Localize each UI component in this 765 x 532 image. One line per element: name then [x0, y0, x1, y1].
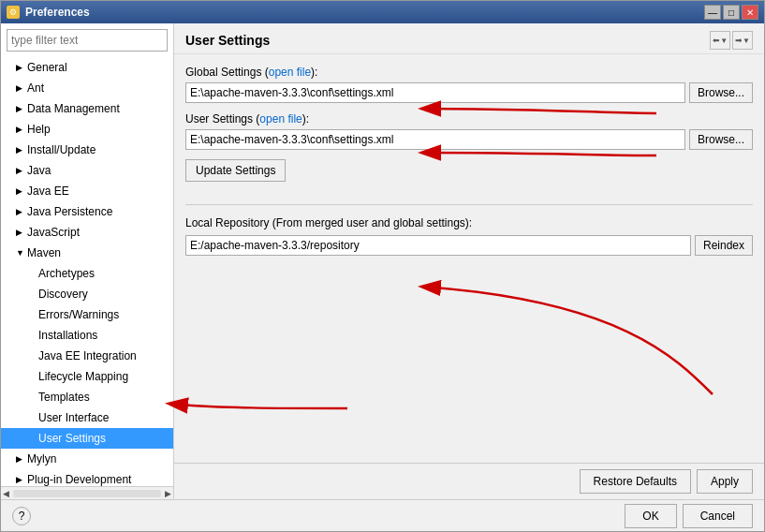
- expand-arrow: ▶: [16, 59, 25, 76]
- forward-dropdown-arrow: ▼: [743, 37, 750, 45]
- tree-item-discovery[interactable]: Discovery: [1, 284, 173, 304]
- tree-item-label: General: [27, 59, 67, 76]
- header-toolbar: ⬅ ▼ ➡ ▼: [710, 31, 753, 50]
- tree-item-help[interactable]: ▶Help: [1, 119, 173, 140]
- expand-arrow: ▶: [16, 100, 25, 117]
- tree-item-javascript[interactable]: ▶JavaScript: [1, 222, 173, 243]
- back-toolbar-btn[interactable]: ⬅ ▼: [710, 31, 730, 50]
- tree-item-mylyn[interactable]: ▶Mylyn: [1, 449, 173, 469]
- tree-item-label: Ant: [27, 80, 44, 96]
- right-panel-wrapper: User Settings ⬅ ▼ ➡ ▼: [174, 23, 764, 499]
- content-header: User Settings ⬅ ▼ ➡ ▼: [174, 23, 764, 54]
- update-settings-button[interactable]: Update Settings: [185, 159, 286, 182]
- help-button[interactable]: ?: [12, 507, 31, 525]
- content-body: Global Settings (open file): Browse... U…: [174, 54, 764, 463]
- tree-item-label: Help: [27, 121, 51, 138]
- tree-item-label: Java: [27, 162, 51, 179]
- tree-item-java-persistence[interactable]: ▶Java Persistence: [1, 201, 173, 222]
- tree-item-label: User Settings: [38, 430, 106, 447]
- tree-item-lifecycle-mapping[interactable]: Lifecycle Mapping: [1, 366, 173, 387]
- close-button[interactable]: ✕: [742, 5, 758, 20]
- tree-container: ▶General▶Ant▶Data Management▶Help▶Instal…: [1, 57, 173, 486]
- tree-item-label: Maven: [27, 244, 61, 261]
- tree-item-user-settings[interactable]: User Settings: [1, 428, 173, 449]
- ok-button[interactable]: OK: [625, 504, 676, 528]
- maximize-button[interactable]: □: [723, 5, 740, 20]
- expand-arrow: ▶: [16, 162, 25, 179]
- local-repo-label: Local Repository (From merged user and g…: [185, 216, 753, 229]
- user-settings-link[interactable]: open file: [259, 112, 302, 126]
- local-repo-row: Reindex: [185, 235, 753, 256]
- tree-item-installupdate[interactable]: ▶Install/Update: [1, 140, 173, 160]
- user-settings-label: User Settings (open file):: [185, 112, 753, 126]
- tree-item-label: Archetypes: [38, 265, 95, 282]
- tree-item-general[interactable]: ▶General: [1, 57, 173, 78]
- tree-item-label: Discovery: [38, 286, 88, 303]
- scroll-left-btn[interactable]: ◀: [3, 489, 9, 498]
- tree-item-label: Templates: [38, 389, 90, 406]
- scroll-right-btn[interactable]: ▶: [165, 489, 171, 498]
- global-settings-browse-button[interactable]: Browse...: [689, 82, 753, 103]
- title-bar: ⚙ Preferences — □ ✕: [1, 1, 764, 23]
- apply-button[interactable]: Apply: [697, 469, 753, 494]
- tree-item-label: Java EE Integration: [38, 347, 137, 364]
- tree-item-templates[interactable]: Templates: [1, 387, 173, 407]
- tree-item-archetypes[interactable]: Archetypes: [1, 263, 173, 284]
- search-input[interactable]: [7, 29, 168, 52]
- cancel-button[interactable]: Cancel: [683, 504, 753, 528]
- tree-item-installations[interactable]: Installations: [1, 325, 173, 346]
- right-panel: User Settings ⬅ ▼ ➡ ▼: [174, 23, 764, 499]
- tree-item-maven[interactable]: ▼Maven: [1, 243, 173, 263]
- global-settings-link[interactable]: open file: [269, 66, 311, 79]
- preferences-window: ⚙ Preferences — □ ✕ ▶General▶Ant▶Data Ma…: [0, 0, 765, 532]
- tree-item-java-ee[interactable]: ▶Java EE: [1, 181, 173, 201]
- expand-arrow: ▶: [16, 203, 25, 220]
- user-settings-browse-button[interactable]: Browse...: [689, 129, 753, 150]
- tree-item-plug-in-development[interactable]: ▶Plug-in Development: [1, 469, 173, 486]
- sidebar-scrollbar[interactable]: ◀ ▶: [1, 486, 173, 499]
- window-icon: ⚙: [7, 6, 20, 19]
- expand-arrow: ▶: [16, 80, 25, 96]
- tree-item-ant[interactable]: ▶Ant: [1, 78, 173, 98]
- sidebar: ▶General▶Ant▶Data Management▶Help▶Instal…: [1, 23, 174, 499]
- horizontal-scrollbar[interactable]: [13, 490, 161, 497]
- forward-toolbar-btn[interactable]: ➡ ▼: [732, 31, 753, 50]
- footer: ? OK Cancel: [1, 499, 764, 531]
- tree-item-label: Installations: [38, 327, 97, 344]
- tree-item-java[interactable]: ▶Java: [1, 160, 173, 181]
- user-settings-row: Browse...: [185, 129, 753, 150]
- tree-item-java-ee-integration[interactable]: Java EE Integration: [1, 346, 173, 366]
- forward-icon: ➡: [735, 36, 743, 45]
- window-title: Preferences: [25, 6, 90, 19]
- global-settings-row: Browse...: [185, 82, 753, 103]
- expand-arrow: ▶: [16, 183, 25, 200]
- main-content: ▶General▶Ant▶Data Management▶Help▶Instal…: [1, 23, 764, 499]
- restore-defaults-button[interactable]: Restore Defaults: [580, 469, 691, 494]
- footer-actions: OK Cancel: [625, 504, 753, 528]
- tree-item-label: Lifecycle Mapping: [38, 368, 128, 385]
- back-icon: ⬅: [713, 36, 720, 45]
- global-settings-label: Global Settings (open file):: [185, 66, 753, 79]
- tree-item-label: Java EE: [27, 183, 69, 200]
- bottom-bar: Restore Defaults Apply: [174, 463, 764, 499]
- tree-item-label: User Interface: [38, 409, 109, 426]
- tree-item-label: Data Management: [27, 100, 120, 117]
- panel-title: User Settings: [185, 33, 270, 48]
- tree-item-label: JavaScript: [27, 224, 80, 241]
- section-divider: [185, 204, 753, 205]
- user-settings-input[interactable]: [185, 129, 685, 150]
- minimize-button[interactable]: —: [704, 5, 721, 20]
- tree-item-data-management[interactable]: ▶Data Management: [1, 98, 173, 119]
- tree-item-label: Java Persistence: [27, 203, 112, 220]
- tree-item-label: Errors/Warnings: [38, 306, 119, 323]
- reindex-button[interactable]: Reindex: [695, 235, 753, 256]
- tree-item-errorswarnings[interactable]: Errors/Warnings: [1, 304, 173, 325]
- expand-arrow: ▶: [16, 224, 25, 241]
- local-repo-input[interactable]: [185, 235, 691, 256]
- global-settings-input[interactable]: [185, 82, 685, 103]
- tree-item-label: Plug-in Development: [27, 471, 131, 486]
- expand-arrow: ▶: [16, 471, 25, 486]
- expand-arrow: ▶: [16, 141, 25, 158]
- tree-item-user-interface[interactable]: User Interface: [1, 407, 173, 428]
- expand-arrow: ▶: [16, 121, 25, 138]
